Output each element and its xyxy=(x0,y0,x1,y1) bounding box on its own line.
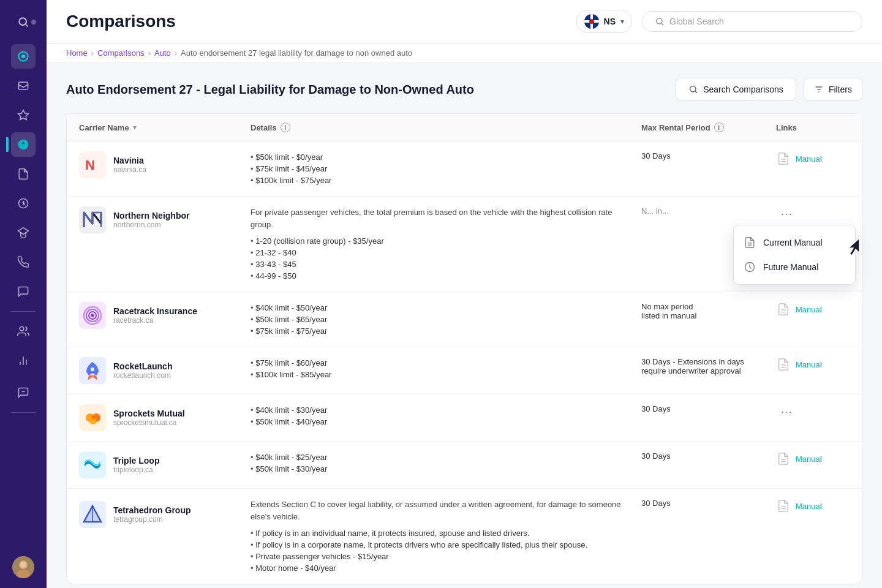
carrier-info-tetrahedron: Tetrahedron Group tetragroup.com xyxy=(113,505,191,524)
links-northern: ··· Current Manual xyxy=(776,206,850,222)
carrier-logo-tetrahedron xyxy=(79,501,106,528)
svg-text:N: N xyxy=(85,157,95,173)
svg-point-24 xyxy=(589,19,594,24)
sort-icon[interactable]: ▾ xyxy=(133,124,137,132)
carrier-logo-rocketlaunch xyxy=(79,357,106,384)
carrier-name-northern: Northern Neighbor xyxy=(113,211,189,221)
details-northern: For private passenger vehicles, the tota… xyxy=(251,206,641,282)
search-comparisons-button[interactable]: Search Comparisons xyxy=(676,78,796,101)
detail-item: $40k limit - $50/year xyxy=(251,302,631,314)
manual-link-navinia[interactable]: Manual xyxy=(796,154,822,164)
carrier-cell-navinia: N Navinia navinia.ca xyxy=(79,151,251,178)
detail-item: $50k limit - $30/year xyxy=(251,463,631,475)
manual-link-tripleloop[interactable]: Manual xyxy=(796,454,822,464)
carrier-logo-northern xyxy=(79,206,106,233)
sidebar-item-pulse[interactable] xyxy=(11,44,36,69)
sidebar-item-multi-chat[interactable] xyxy=(11,279,36,304)
breadcrumb-sep-3: › xyxy=(175,48,177,58)
dots-menu-sprockets[interactable]: ··· xyxy=(776,404,797,420)
sidebar-item-education[interactable] xyxy=(11,221,36,245)
svg-point-54 xyxy=(89,418,97,424)
sidebar-item-search[interactable] xyxy=(11,10,36,34)
period-sprockets: 30 Days xyxy=(641,404,776,413)
details-info-icon[interactable]: i xyxy=(281,123,290,132)
filters-label: Filters xyxy=(829,85,852,94)
dropdown-current-manual-label: Current Manual xyxy=(763,238,823,247)
sidebar-item-users[interactable] xyxy=(11,319,36,344)
sidebar-item-favorites[interactable] xyxy=(11,103,36,127)
table-row: Northern Neighbor northernn.com For priv… xyxy=(67,197,862,292)
filters-button[interactable]: Filters xyxy=(804,78,862,101)
detail-intro: For private passenger vehicles, the tota… xyxy=(251,206,631,230)
detail-item: 1-20 (collision rate group) - $35/year xyxy=(251,235,631,247)
document-icon xyxy=(744,236,756,249)
carrier-info-racetrack: Racetrack Insurance racetrack.ca xyxy=(113,306,197,325)
global-search-placeholder: Global Search xyxy=(669,17,724,26)
breadcrumb-current: Auto endorsement 27 legal liability for … xyxy=(181,48,412,58)
carrier-info-rocketlaunch: RocketLaunch rocketlaunch.com xyxy=(113,361,172,380)
breadcrumb-comparisons[interactable]: Comparisons xyxy=(97,48,145,58)
breadcrumb-auto[interactable]: Auto xyxy=(154,48,171,58)
svg-point-2 xyxy=(31,20,36,24)
manual-link-tetrahedron[interactable]: Manual xyxy=(796,502,822,511)
carrier-url-rocketlaunch: rocketlaunch.com xyxy=(113,371,172,380)
sidebar-item-inbox[interactable] xyxy=(11,74,36,98)
comparisons-table: Carrier Name ▾ Details i Max Rental Peri… xyxy=(66,113,862,584)
sidebar-item-billing[interactable]: $ xyxy=(11,191,36,216)
detail-item: $75k limit - $45/year xyxy=(251,163,631,175)
dropdown-menu-northern: Current Manual Future Manual xyxy=(733,225,856,285)
search-icon xyxy=(655,17,665,26)
manual-link-racetrack[interactable]: Manual xyxy=(796,305,822,314)
detail-item: $50k limit - $40/year xyxy=(251,416,631,428)
carrier-cell-racetrack: Racetrack Insurance racetrack.ca xyxy=(79,302,251,329)
header-right: NS ▾ Global Search xyxy=(576,10,862,33)
dots-menu-northern[interactable]: ··· xyxy=(776,206,797,222)
rental-info-icon[interactable]: i xyxy=(714,123,724,132)
detail-item: 21-32 - $40 xyxy=(251,247,631,258)
breadcrumb-sep-2: › xyxy=(148,48,151,58)
sidebar-item-documents[interactable] xyxy=(11,162,36,186)
links-rocketlaunch: Manual xyxy=(776,357,850,372)
detail-item: 33-43 - $45 xyxy=(251,258,631,270)
carrier-url-tetrahedron: tetragroup.com xyxy=(113,515,191,524)
period-tetrahedron: 30 Days xyxy=(641,499,776,508)
svg-point-4 xyxy=(21,55,26,59)
links-tetrahedron: Manual xyxy=(776,499,850,513)
carrier-url-sprockets: sprocketsmutual.ca xyxy=(113,418,185,427)
section-title: Auto Endorsement 27 - Legal Liability fo… xyxy=(66,83,474,97)
carrier-info-navinia: Navinia navinia.ca xyxy=(113,156,146,174)
svg-point-20 xyxy=(20,562,26,568)
detail-item: $50k limit - $0/year xyxy=(251,151,631,163)
carrier-logo-racetrack xyxy=(79,302,106,329)
sidebar-item-feedback[interactable] xyxy=(11,380,36,405)
details-sprockets: $40k limit - $30/year $50k limit - $40/y… xyxy=(251,404,641,428)
manual-doc-icon xyxy=(776,357,791,372)
detail-item: $40k limit - $30/year xyxy=(251,404,631,416)
ns-badge[interactable]: NS ▾ xyxy=(576,10,632,33)
sidebar-item-comparisons[interactable] xyxy=(11,132,36,157)
table-row: RocketLaunch rocketlaunch.com $75k limit… xyxy=(67,347,862,394)
details-tripleloop: $40k limit - $25/year $50k limit - $30/y… xyxy=(251,451,641,475)
ns-badge-text: NS xyxy=(604,17,616,26)
dropdown-item-current-manual[interactable]: Current Manual xyxy=(734,230,855,255)
svg-point-27 xyxy=(690,86,696,92)
svg-line-1 xyxy=(26,24,28,27)
main-content: Comparisons NS ▾ xyxy=(47,0,882,588)
carrier-url-navinia: navinia.ca xyxy=(113,165,146,174)
sidebar-item-calls[interactable] xyxy=(11,250,36,274)
global-search-bar[interactable]: Global Search xyxy=(642,11,862,32)
table-row: Triple Loop tripleloop.ca $40k limit - $… xyxy=(67,442,862,489)
dropdown-item-future-manual[interactable]: Future Manual xyxy=(734,255,855,279)
details-tetrahedron: Extends Section C to cover legal liabili… xyxy=(251,499,641,574)
svg-point-44 xyxy=(91,314,94,317)
manual-link-rocketlaunch[interactable]: Manual xyxy=(796,360,822,369)
svg-marker-6 xyxy=(18,110,29,120)
svg-line-26 xyxy=(662,23,663,25)
detail-item: $75k limit - $75/year xyxy=(251,325,631,337)
detail-item: 44-99 - $50 xyxy=(251,270,631,282)
carrier-cell-tetrahedron: Tetrahedron Group tetragroup.com xyxy=(79,499,251,528)
user-avatar[interactable] xyxy=(12,556,34,578)
sidebar-item-analytics[interactable] xyxy=(11,349,36,373)
breadcrumb-home[interactable]: Home xyxy=(66,48,88,58)
detail-item: $50k limit - $65/year xyxy=(251,314,631,325)
